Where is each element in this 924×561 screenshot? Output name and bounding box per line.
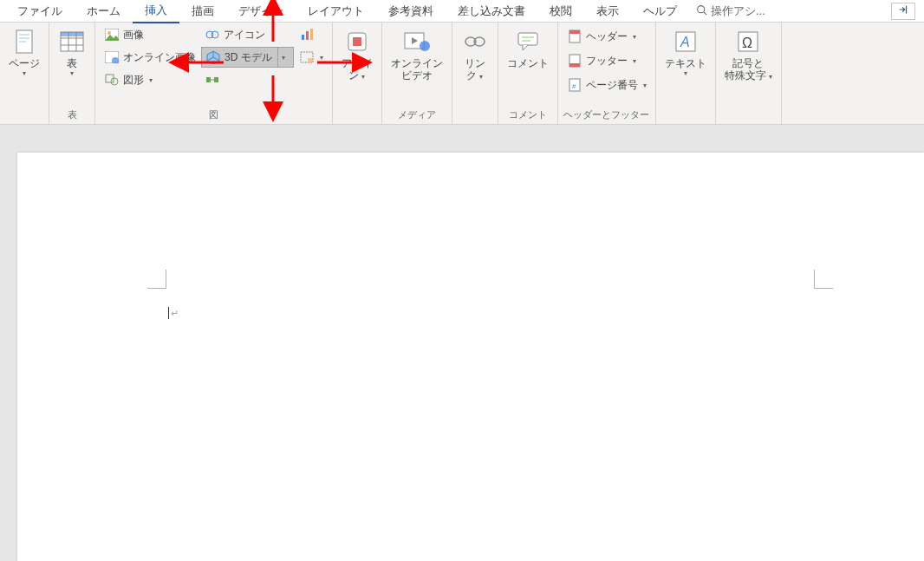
group-addins-label (338, 108, 376, 124)
group-links: リン ク ▾ (452, 23, 498, 124)
pictures-button[interactable]: 画像 (101, 24, 199, 45)
chart-button[interactable] (296, 24, 327, 45)
tab-draw[interactable]: 描画 (179, 0, 226, 23)
tab-design[interactable]: デザイン (226, 0, 296, 23)
dropdown-caret-icon: ▾ (643, 82, 647, 89)
group-symbols-label (721, 108, 776, 124)
symbols-button[interactable]: Ω 記号と 特殊文字 ▾ (721, 24, 776, 86)
picture-icon (104, 27, 120, 42)
link-icon (461, 28, 489, 55)
header-button[interactable]: ヘッダー ▾ (563, 26, 650, 47)
comment-button[interactable]: コメント (504, 24, 552, 73)
svg-point-13 (107, 31, 111, 35)
svg-rect-23 (302, 35, 304, 40)
group-text: A テキスト ▾ (656, 23, 716, 124)
icons-label: アイコン (224, 28, 265, 42)
group-symbols: Ω 記号と 特殊文字 ▾ (716, 23, 782, 124)
dropdown-caret-icon[interactable]: ▾ (277, 48, 290, 67)
group-illustrations-label: 図 (101, 108, 327, 124)
tab-review[interactable]: 校閲 (537, 0, 584, 23)
ribbon-tabs: ファイル ホーム 挿入 描画 デザイン レイアウト 参考資料 差し込み文書 校閲… (0, 0, 924, 23)
svg-rect-20 (206, 77, 211, 82)
dropdown-caret-icon: ▾ (149, 76, 153, 84)
links-label-1: リン (465, 57, 485, 69)
page-number-button[interactable]: # ページ番号 ▾ (563, 75, 650, 95)
tab-insert[interactable]: 挿入 (133, 0, 179, 23)
margin-corner-tr (814, 270, 833, 289)
smartart-button[interactable] (201, 69, 294, 90)
group-header-footer: ヘッダー ▾ フッター ▾ # ページ番号 ▾ ヘッダーとフッター (558, 23, 656, 124)
dropdown-caret-icon: ▾ (70, 69, 74, 78)
tab-home[interactable]: ホーム (75, 0, 133, 23)
pictures-label: 画像 (123, 28, 144, 42)
smartart-icon (205, 72, 220, 88)
tab-file[interactable]: ファイル (5, 0, 75, 23)
share-button[interactable] (891, 3, 915, 20)
header-icon (567, 29, 582, 44)
svg-text:#: # (572, 82, 576, 90)
group-media: オンライン ビデオ メディア (382, 23, 452, 124)
links-button[interactable]: リン ク ▾ (458, 24, 492, 86)
group-tables: 表 ▾ 表 (49, 23, 95, 124)
group-header-footer-label: ヘッダーとフッター (563, 108, 650, 124)
svg-rect-38 (569, 30, 580, 34)
icons-button[interactable]: アイコン (201, 24, 294, 45)
dropdown-caret-icon: ▾ (684, 69, 687, 78)
online-video-button[interactable]: オンライン ビデオ (387, 24, 446, 86)
3d-models-label: 3D モデル (224, 50, 272, 65)
shapes-button[interactable]: 図形 ▾ (101, 69, 199, 90)
screenshot-button[interactable]: ▾ (296, 47, 327, 68)
header-label: ヘッダー (586, 29, 628, 44)
table-button[interactable]: 表 ▾ (55, 24, 89, 82)
screenshot-icon (299, 49, 315, 65)
text-label: テキスト (665, 57, 706, 69)
group-addins: アドイ ン ▾ (333, 23, 382, 124)
dropdown-caret-icon: ▾ (320, 54, 323, 62)
shapes-icon (104, 72, 120, 88)
svg-rect-25 (310, 29, 313, 40)
tab-layout[interactable]: レイアウト (296, 0, 376, 23)
dropdown-caret-icon: ▾ (479, 73, 483, 81)
group-comments: コメント コメント (498, 23, 558, 124)
3d-models-button[interactable]: 3D モデル ▾ (201, 47, 294, 68)
search-icon (696, 4, 707, 18)
group-illustrations: 画像 オンライン画像 図形 ▾ アイコン (95, 23, 333, 124)
svg-rect-4 (19, 37, 29, 39)
dropdown-caret-icon: ▾ (633, 57, 636, 65)
footer-button[interactable]: フッター ▾ (563, 50, 650, 71)
tab-mailings[interactable]: 差し込み文書 (446, 0, 537, 23)
tab-view[interactable]: 表示 (584, 0, 631, 23)
group-links-label (458, 108, 492, 124)
share-icon (897, 3, 909, 18)
online-video-label-2: ビデオ (401, 69, 433, 82)
group-comments-label: コメント (504, 108, 552, 124)
svg-rect-11 (61, 32, 83, 36)
links-label-2: ク (466, 69, 477, 82)
group-media-label: メディア (387, 108, 446, 124)
page-icon (10, 28, 38, 55)
omega-icon: Ω (734, 28, 762, 55)
svg-rect-27 (308, 58, 313, 62)
chart-icon (299, 27, 315, 42)
pages-label: ページ (9, 57, 40, 69)
svg-point-17 (111, 78, 118, 85)
group-tables-label: 表 (55, 108, 89, 124)
svg-rect-29 (353, 37, 361, 46)
svg-point-31 (420, 41, 430, 51)
shapes-label: 図形 (123, 73, 144, 88)
cube-icon (205, 49, 221, 65)
text-cursor[interactable]: ↵ (168, 307, 179, 319)
pages-button[interactable]: ページ ▾ (5, 24, 43, 82)
online-picture-icon (104, 49, 120, 65)
addins-label-2: ン (348, 69, 359, 82)
online-pictures-button[interactable]: オンライン画像 (101, 47, 199, 68)
text-button[interactable]: A テキスト ▾ (661, 24, 710, 82)
tab-help[interactable]: ヘルプ (631, 0, 689, 23)
tell-me-search[interactable]: 操作アシ... (689, 3, 772, 19)
dropdown-caret-icon: ▾ (633, 33, 636, 41)
svg-point-19 (211, 31, 218, 38)
addins-button[interactable]: アドイ ン ▾ (338, 24, 376, 86)
document-page[interactable]: ↵ (17, 153, 924, 561)
tab-references[interactable]: 参考資料 (376, 0, 446, 23)
symbols-label-1: 記号と (732, 57, 764, 69)
